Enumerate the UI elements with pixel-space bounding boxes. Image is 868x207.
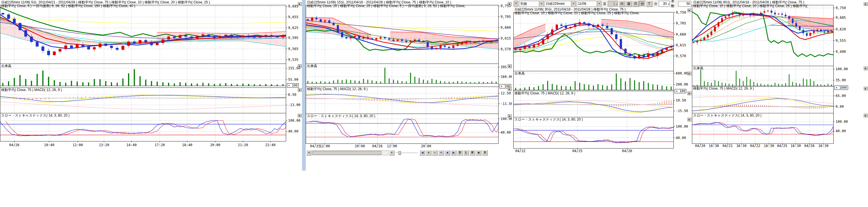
time-axis-label: 20:00 <box>355 144 365 148</box>
chart-title: 日経225mini 11/06( 15分, 2011/04/18 - 2011/… <box>307 1 498 4</box>
collapse-section-button[interactable]: ◣ <box>864 66 868 70</box>
collapse-section-button[interactable]: ◣ <box>864 87 868 90</box>
bar-label: 足 <box>602 1 607 6</box>
close-button[interactable]: X <box>482 150 488 155</box>
interval-value: 1 <box>613 2 615 6</box>
scroll-right-button[interactable]: ► <box>389 150 395 155</box>
collapse-section-button[interactable]: ◣ <box>508 114 512 118</box>
axis-value-label: 9,620 <box>836 27 846 31</box>
collapse-section-button[interactable]: ◣ <box>508 2 512 6</box>
period-button-T[interactable]: T <box>646 1 652 7</box>
moving-average-line <box>513 34 674 56</box>
axis-value-label: 9,555 <box>836 39 846 43</box>
category-select[interactable]: 先物 ▼ <box>519 1 544 7</box>
stop-button[interactable]: ■ <box>444 150 450 155</box>
scroll-left-button[interactable]: ◄ <box>306 150 311 155</box>
volume-bars <box>693 70 832 86</box>
period-button-分[interactable]: 分 <box>639 1 646 7</box>
stochastics-plot <box>306 119 498 137</box>
axis-value-label: 9,535 <box>288 58 298 62</box>
time-axis-label: 04/20 <box>695 144 705 148</box>
fit-width-button[interactable]: ✦ <box>438 150 444 155</box>
contract-select[interactable]: 11/06 ▼ <box>577 1 601 7</box>
bar-interval-input: 1 ◢ <box>608 1 618 6</box>
zoom-slider[interactable] <box>395 151 418 155</box>
scroll-track[interactable] <box>312 150 389 155</box>
axis-value-label: 40.00 <box>836 129 846 133</box>
collapse-section-button[interactable]: ◣ <box>298 2 302 6</box>
moving-average-line <box>692 13 833 41</box>
ichimoku-cloud <box>601 19 674 40</box>
axis-value-label: 100.00 <box>836 67 848 71</box>
collapse-section-button[interactable]: ◣ <box>298 88 302 92</box>
period-buttons: 日週月分T <box>619 1 652 7</box>
chart-title: 日経225mini 11/06( 30分, 2011/04/18 - 2011/… <box>515 8 673 11</box>
collapse-section-button[interactable]: ◣ <box>864 2 868 6</box>
axis-value-label: 9,750 <box>836 6 846 10</box>
volume-label: 出来高 <box>515 72 525 76</box>
moving-average-line <box>0 18 286 24</box>
period-button-月[interactable]: 月 <box>632 1 639 7</box>
stochastics-label: スロー・ストキャスティクス( 14, 3, 80, 20 ) <box>1 114 69 117</box>
scroll-thumb[interactable] <box>313 151 381 155</box>
time-axis-label: 21:20 <box>238 143 248 147</box>
time-axis-label: 04/25 <box>310 144 320 148</box>
collapse-section-button[interactable]: ◣ <box>298 64 302 68</box>
volume-label: 出来高 <box>1 64 11 68</box>
moving-average-line <box>692 15 833 43</box>
axis-value-label: 200.00 <box>676 83 688 86</box>
bar-count-input[interactable]: 50 <box>678 1 691 6</box>
axis-value-label: 600.00 <box>676 71 688 76</box>
volume-bars <box>515 73 672 90</box>
collapse-section-button[interactable]: ◣ <box>687 92 691 95</box>
moving-average-line <box>513 35 674 53</box>
collapse-section-button[interactable]: ◣ <box>687 8 691 12</box>
day-mode-button[interactable]: D <box>457 150 463 155</box>
period-button-週[interactable]: 週 <box>625 1 632 7</box>
period-button-日[interactable]: 日 <box>619 1 625 7</box>
axis-value-label: 9,685 <box>288 4 298 8</box>
collapse-section-button[interactable]: ◣ <box>508 87 512 91</box>
zoom-out-button[interactable]: − <box>432 150 438 155</box>
line-mode-button[interactable]: L <box>463 150 469 155</box>
collapse-section-button[interactable]: ◣ <box>687 72 691 76</box>
volume-label: 出来高 <box>307 64 317 68</box>
minute-value-input[interactable]: 30 ◢ <box>659 1 670 6</box>
collapse-section-button[interactable]: ◣ <box>687 118 691 121</box>
collapse-section-button[interactable]: ◣ <box>298 114 302 117</box>
play-button[interactable]: ▶ <box>451 150 457 155</box>
axis-value-label: 40.00 <box>501 130 511 135</box>
zoom-in-button[interactable]: + <box>426 150 431 155</box>
indicator-labels: 移動平均( Close, 10 ) 移動平均( Close, 20 ) 移動平均… <box>693 4 833 8</box>
ichimoku-cloud <box>513 24 546 48</box>
moving-average-line <box>692 17 833 41</box>
moving-average-line <box>306 26 498 44</box>
refresh-button[interactable]: R <box>470 150 475 155</box>
moving-average-line <box>306 30 498 50</box>
zoom-slider-handle[interactable] <box>398 151 401 155</box>
bar-count-label: 本数 <box>671 0 678 8</box>
spinner-grip-icon: ◢ <box>615 3 617 5</box>
moving-average-line <box>513 31 674 39</box>
axis-value-label: 9,750 <box>676 10 686 14</box>
minute-label: 分 <box>653 1 658 6</box>
magnify-button[interactable]: ⊕ <box>476 150 482 155</box>
panel-separator[interactable] <box>302 0 306 171</box>
symbol-select[interactable]: 日経225mini ▼ <box>545 1 576 7</box>
axis-value-label: 160.00 <box>501 75 512 79</box>
chart-workspace: 日経225mini 11/06( 5分, 2011/04/21 - 2011/0… <box>0 0 868 207</box>
axis-value-label: 10.50 <box>676 98 686 102</box>
nav-start-button[interactable]: ◀ <box>420 150 425 155</box>
moving-average-line <box>692 21 833 41</box>
volume-multiplier-badge: × 1000 <box>834 86 848 90</box>
candles-series <box>1 12 284 56</box>
spinner-grip-icon: ◢ <box>667 3 669 5</box>
macd-label: 移動平均( Close, 75 ) MACD( 12, 26, 9 ) <box>693 87 754 90</box>
time-axis-label: 17:20 <box>155 143 165 147</box>
symbol-value: 日経225mini <box>546 1 564 6</box>
moving-average-line <box>306 26 498 45</box>
collapse-section-button[interactable]: ◣ <box>864 114 868 117</box>
collapse-section-button[interactable]: ◣ <box>508 64 512 68</box>
chart-menu-button[interactable]: ▼ <box>514 1 518 6</box>
axis-value-label: 9,625 <box>288 26 298 30</box>
